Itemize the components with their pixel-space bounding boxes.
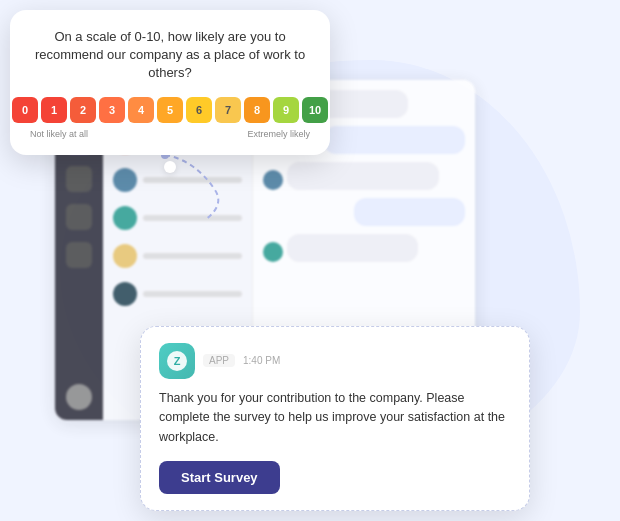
nps-button-5[interactable]: 5 bbox=[157, 97, 183, 123]
message-bubble-right bbox=[324, 126, 465, 154]
nps-button-0[interactable]: 0 bbox=[12, 97, 38, 123]
nps-survey-card: On a scale of 0-10, how likely are you t… bbox=[10, 10, 330, 155]
nps-button-4[interactable]: 4 bbox=[128, 97, 154, 123]
connector-line bbox=[145, 150, 245, 230]
sidebar-icon-3 bbox=[66, 166, 92, 192]
sidebar-icon-4 bbox=[66, 204, 92, 230]
nps-button-3[interactable]: 3 bbox=[99, 97, 125, 123]
nps-button-1[interactable]: 1 bbox=[41, 97, 67, 123]
chat-avatar bbox=[113, 244, 137, 268]
nps-question: On a scale of 0-10, how likely are you t… bbox=[30, 28, 310, 83]
chat-avatar bbox=[113, 282, 137, 306]
sidebar-icon-5 bbox=[66, 242, 92, 268]
nps-button-7[interactable]: 7 bbox=[215, 97, 241, 123]
message-time: 1:40 PM bbox=[243, 355, 280, 366]
bot-avatar-letter: Z bbox=[167, 351, 187, 371]
message-header: Z APP 1:40 PM bbox=[159, 343, 511, 379]
start-survey-button[interactable]: Start Survey bbox=[159, 461, 280, 494]
nps-button-2[interactable]: 2 bbox=[70, 97, 96, 123]
message-bubble-right bbox=[354, 198, 465, 226]
nps-labels: Not likely at all Extremely likely bbox=[30, 129, 310, 139]
message-row bbox=[263, 162, 465, 190]
chat-avatar bbox=[113, 168, 137, 192]
sidebar-user-avatar bbox=[66, 384, 92, 410]
chat-name-line bbox=[143, 291, 242, 297]
message-text: Thank you for your contribution to the c… bbox=[159, 389, 511, 447]
message-row bbox=[263, 234, 465, 262]
message-avatar bbox=[263, 170, 283, 190]
nps-scale: 0 1 2 3 4 5 6 7 8 9 10 bbox=[30, 97, 310, 123]
app-badge: APP bbox=[203, 354, 235, 367]
nps-label-right: Extremely likely bbox=[247, 129, 310, 139]
nps-button-6[interactable]: 6 bbox=[186, 97, 212, 123]
nps-label-left: Not likely at all bbox=[30, 129, 88, 139]
nps-button-9[interactable]: 9 bbox=[273, 97, 299, 123]
bot-avatar: Z bbox=[159, 343, 195, 379]
chat-list-item bbox=[109, 278, 246, 310]
message-bubble bbox=[287, 234, 418, 262]
chat-name-line bbox=[143, 253, 242, 259]
nps-button-8[interactable]: 8 bbox=[244, 97, 270, 123]
message-meta: APP 1:40 PM bbox=[203, 354, 280, 367]
message-bubble bbox=[287, 162, 439, 190]
chat-avatar bbox=[113, 206, 137, 230]
message-card: Z APP 1:40 PM Thank you for your contrib… bbox=[140, 326, 530, 511]
nps-button-10[interactable]: 10 bbox=[302, 97, 328, 123]
chat-list-item bbox=[109, 240, 246, 272]
message-avatar bbox=[263, 242, 283, 262]
